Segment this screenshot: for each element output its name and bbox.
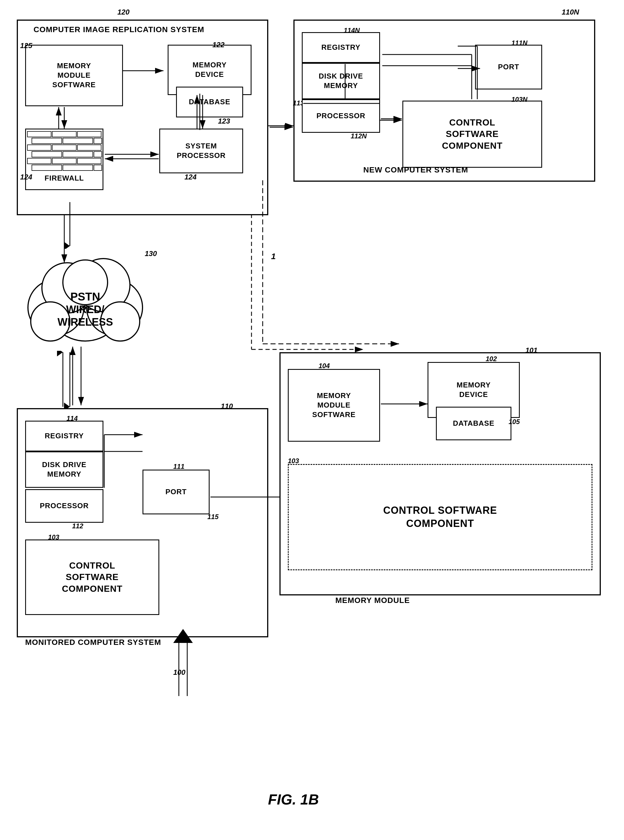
svg-marker-68 <box>173 629 193 643</box>
arrow-db-to-nc <box>268 120 296 134</box>
ref-124-left: 124 <box>20 173 32 181</box>
monitored-label: MONITORED COMPUTER SYSTEM <box>25 637 161 647</box>
diagram: 120 COMPUTER IMAGE REPLICATION SYSTEM ME… <box>0 0 624 840</box>
ref-1: 1 <box>271 252 276 261</box>
ref-110N: 110N <box>562 8 579 17</box>
arrow-fw-sp <box>103 148 162 165</box>
ref-102: 102 <box>486 355 497 363</box>
ref-123: 123 <box>218 117 230 125</box>
firewall-label: FIREWALL <box>45 174 84 182</box>
database-mm: DATABASE <box>436 407 511 440</box>
cirs-label: COMPUTER IMAGE REPLICATION SYSTEM <box>34 25 204 35</box>
ref-114N: 114N <box>344 26 360 34</box>
arrow-100 <box>156 626 201 699</box>
ref-130: 130 <box>145 249 157 258</box>
ref-120: 120 <box>117 8 130 17</box>
monitored-internal-lines <box>103 421 145 516</box>
pstn-cloud: PSTN WIRED/ WIRELESS <box>22 246 148 352</box>
memory-module-sw-mm: MEMORY MODULE SOFTWARE <box>288 369 380 442</box>
port-monitored: PORT <box>142 470 210 514</box>
nc-vert-line <box>341 63 349 101</box>
svg-text:WIRELESS: WIRELESS <box>57 316 113 328</box>
ref-125: 125 <box>20 41 32 50</box>
nc-proc-ctrl <box>380 112 405 126</box>
ref-103N: 103N <box>511 96 527 104</box>
port-new: PORT <box>475 45 542 90</box>
ref-114: 114 <box>66 415 78 422</box>
ref-110: 110 <box>221 402 233 411</box>
ref-100: 100 <box>173 668 185 677</box>
svg-text:PSTN: PSTN <box>70 291 100 303</box>
svg-text:WIRED/: WIRED/ <box>66 303 105 315</box>
control-software-monitored: CONTROLSOFTWARECOMPONENT <box>25 540 159 615</box>
ref-103-monitored: 103 <box>48 533 59 541</box>
registry-new: REGISTRY <box>302 32 380 63</box>
ref-111N: 111N <box>511 39 527 47</box>
fig-label: FIG. 1B <box>238 791 349 808</box>
ref-112: 112 <box>72 522 83 530</box>
arrow-mm-to-md-mm <box>380 397 431 411</box>
arrow-mm-md <box>123 67 169 75</box>
ref-122: 122 <box>212 40 224 49</box>
memory-module-label: MEMORY MODULE <box>335 596 410 605</box>
arrow-mm-fw <box>54 106 68 131</box>
disk-drive-monitored: DISK DRIVE MEMORY <box>25 452 103 488</box>
ref-101: 101 <box>525 346 538 355</box>
ref-111: 111 <box>173 463 184 470</box>
system-processor-top: SYSTEMPROCESSOR <box>159 128 243 173</box>
nc-to-port <box>380 43 477 113</box>
processor-monitored: PROCESSOR <box>25 489 103 523</box>
sp-md-connect <box>193 92 207 131</box>
arrow-top-to-pstn <box>62 201 78 249</box>
memory-module-software-top: MEMORY MODULE SOFTWARE <box>25 45 123 106</box>
control-software-mm: CONTROL SOFTWARECOMPONENT <box>288 464 592 570</box>
dashed-line-1 <box>240 179 402 360</box>
nc-group-line <box>302 99 383 108</box>
ref-112N: 112N <box>351 132 367 140</box>
ref-105: 105 <box>508 418 520 426</box>
ref-124-bottom: 124 <box>184 173 196 181</box>
database-top: DATABASE <box>176 87 243 118</box>
ref-115: 115 <box>207 513 219 521</box>
firewall-top: FIREWALL <box>25 128 103 190</box>
registry-monitored: REGISTRY <box>25 421 103 452</box>
ref-104: 104 <box>318 362 330 370</box>
arrow-pstn-to-monitored <box>56 351 78 410</box>
ref-103-mm: 103 <box>288 457 299 465</box>
